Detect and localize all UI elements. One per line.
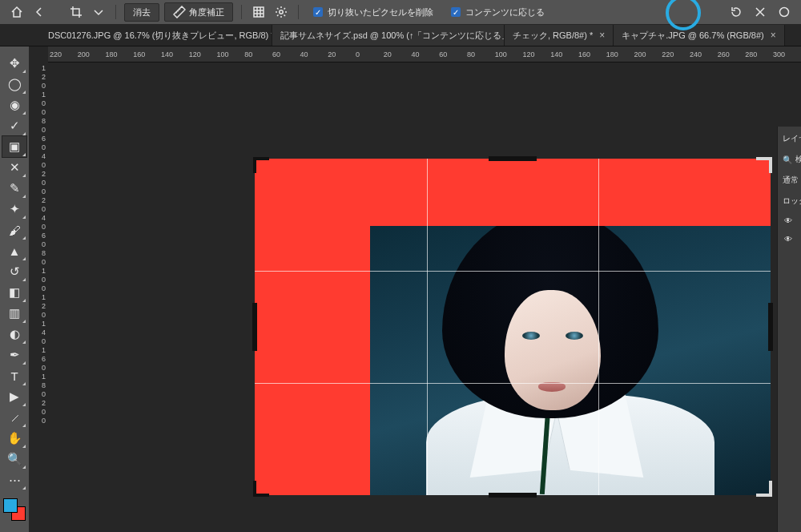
ruler-tick-label: 0	[29, 205, 46, 214]
quick-select-tool[interactable]: ✓	[2, 115, 26, 136]
canvas-workspace[interactable]: 2202001801601401201008060402002040608010…	[48, 46, 801, 532]
document-tab-label: キャプチャ.JPG @ 66.7% (RGB/8#)	[622, 30, 763, 42]
clear-button-label: 消去	[133, 6, 151, 18]
ruler-tick-label: 0	[29, 99, 46, 108]
layer-row[interactable]: 👁	[779, 215, 801, 227]
search-icon: 🔍	[783, 155, 792, 164]
commit-crop-icon[interactable]	[775, 3, 793, 21]
cancel-crop-icon[interactable]	[751, 3, 769, 21]
delete-pixels-checkbox[interactable]: ✓ 切り抜いたピクセルを削除	[313, 6, 433, 18]
tool-flyout-indicator-icon	[22, 341, 26, 344]
ruler-tick-label: 0	[29, 187, 46, 196]
history-brush-tool[interactable]: ↺	[2, 261, 26, 282]
eyedropper-tool[interactable]: ✎	[2, 178, 26, 199]
crop-handle-left[interactable]	[252, 303, 257, 351]
straighten-button[interactable]: 角度補正	[164, 2, 233, 22]
ruler-tick-label: 220	[662, 50, 690, 58]
ruler-tick-label: 4	[29, 328, 46, 337]
tool-flyout-indicator-icon	[22, 132, 26, 135]
content-aware-label: コンテンツに応じる	[465, 6, 545, 18]
crop-bounding-box[interactable]	[255, 159, 771, 495]
delete-pixels-label: 切り抜いたピクセルを削除	[328, 6, 433, 18]
layer-row[interactable]: 👁	[779, 233, 801, 245]
ruler-tick-label: 60	[272, 50, 300, 58]
crop-handle-bottom-left[interactable]	[253, 481, 269, 497]
layers-panel-tab[interactable]: レイヤ	[779, 131, 801, 146]
move-tool[interactable]: ✥	[2, 53, 26, 74]
straighten-label: 角度補正	[189, 6, 224, 18]
visibility-eye-icon[interactable]: 👁	[783, 235, 794, 244]
ruler-tick-label: 1	[29, 346, 46, 355]
crop-handle-bottom-right[interactable]	[756, 481, 772, 497]
ruler-tick-label: 100	[495, 50, 523, 58]
hand-tool[interactable]: ✋	[2, 428, 26, 449]
close-tab-icon[interactable]: ×	[599, 30, 605, 41]
crop-handle-top-left[interactable]	[253, 157, 269, 173]
ruler-tick-label: 0	[29, 108, 46, 117]
document-tab[interactable]: DSC01276.JPG @ 16.7% (切り抜きプレビュー, RGB/8) …	[40, 25, 272, 46]
ruler-tick-label: 40	[412, 50, 440, 58]
color-swatches[interactable]	[3, 498, 26, 521]
ruler-tick-label: 260	[718, 50, 746, 58]
gear-icon[interactable]	[272, 3, 290, 21]
ruler-tick-label: 2	[29, 73, 46, 82]
ruler-tick-label: 4	[29, 214, 46, 223]
ratio-dropdown-icon[interactable]	[90, 3, 107, 21]
svg-point-0	[280, 10, 283, 14]
brush-tool[interactable]: 🖌	[2, 220, 26, 240]
ruler-tick-label: 0	[29, 408, 46, 417]
tool-flyout-indicator-icon	[22, 382, 26, 385]
gradient-tool[interactable]: ▥	[2, 303, 26, 324]
close-tab-icon[interactable]: ×	[771, 30, 776, 41]
crop-handle-top[interactable]	[489, 156, 537, 161]
frame-tool[interactable]: ✕	[2, 157, 26, 178]
document-tab[interactable]: チェック, RGB/8#) *×	[505, 25, 614, 46]
crop-handle-top-right[interactable]	[756, 157, 772, 173]
line-tool[interactable]: ⟋	[2, 407, 26, 428]
ruler-tick-label: 1	[29, 320, 46, 328]
marquee-ellipse-tool[interactable]: ◯	[2, 74, 26, 95]
crop-handle-right[interactable]	[768, 303, 773, 351]
ruler-tick-label: 1	[29, 267, 46, 276]
ruler-tick-label: 100	[216, 50, 244, 58]
document-tab-label: DSC01276.JPG @ 16.7% (切り抜きプレビュー, RGB/8) …	[48, 30, 272, 42]
type-tool[interactable]: T	[2, 365, 26, 386]
layers-panel[interactable]: レイヤ 🔍 検 通常 ロック 👁 👁	[777, 127, 801, 532]
grid-overlay-icon[interactable]	[250, 3, 268, 21]
path-select-tool[interactable]: ▶	[2, 386, 26, 407]
ruler-tick-label: 160	[578, 50, 606, 58]
foreground-swatch[interactable]	[3, 498, 18, 513]
crop-handle-bottom[interactable]	[489, 493, 537, 498]
blend-mode-dropdown[interactable]: 通常	[779, 173, 801, 187]
tool-flyout-indicator-icon	[22, 299, 26, 302]
ruler-tick-label: 280	[745, 50, 773, 58]
clear-button[interactable]: 消去	[124, 3, 159, 22]
dodge-tool[interactable]: ◐	[2, 324, 26, 345]
ruler-tick-label: 8	[29, 381, 46, 390]
lasso-tool[interactable]: ◉	[2, 95, 26, 115]
tool-flyout-indicator-icon	[22, 91, 26, 94]
reset-crop-icon[interactable]	[727, 3, 745, 21]
healing-brush-tool[interactable]: ✦	[2, 199, 26, 220]
ruler-tick-label: 200	[634, 50, 662, 58]
layers-search[interactable]: 🔍 検	[779, 152, 801, 167]
chevron-left-icon[interactable]	[30, 3, 48, 21]
content-aware-checkbox[interactable]: ✓ コンテンツに応じる	[451, 6, 545, 18]
more-tool[interactable]: ⋯	[2, 470, 26, 490]
visibility-eye-icon[interactable]: 👁	[783, 216, 794, 225]
tool-flyout-indicator-icon	[22, 361, 26, 365]
tool-flyout-indicator-icon	[22, 195, 26, 198]
ruler-tick-label: 8	[29, 249, 46, 258]
document-tab[interactable]: 記事サムネサイズ.psd @ 100% (↑「コンテンツに応じる」に	[272, 25, 505, 46]
crop-tool[interactable]: ▣	[2, 136, 26, 157]
tool-flyout-indicator-icon	[22, 445, 26, 448]
clone-stamp-tool[interactable]: ▲	[2, 240, 26, 261]
eraser-tool[interactable]: ◧	[2, 282, 26, 303]
document-tab[interactable]: キャプチャ.JPG @ 66.7% (RGB/8#)×	[614, 25, 784, 46]
ruler-tick-label: 0	[29, 143, 46, 152]
home-icon[interactable]	[8, 3, 26, 21]
zoom-tool[interactable]: 🔍	[2, 449, 26, 470]
crop-tool-icon[interactable]	[67, 3, 85, 21]
ruler-tick-label: 0	[29, 258, 46, 267]
pen-tool[interactable]: ✒	[2, 345, 26, 365]
